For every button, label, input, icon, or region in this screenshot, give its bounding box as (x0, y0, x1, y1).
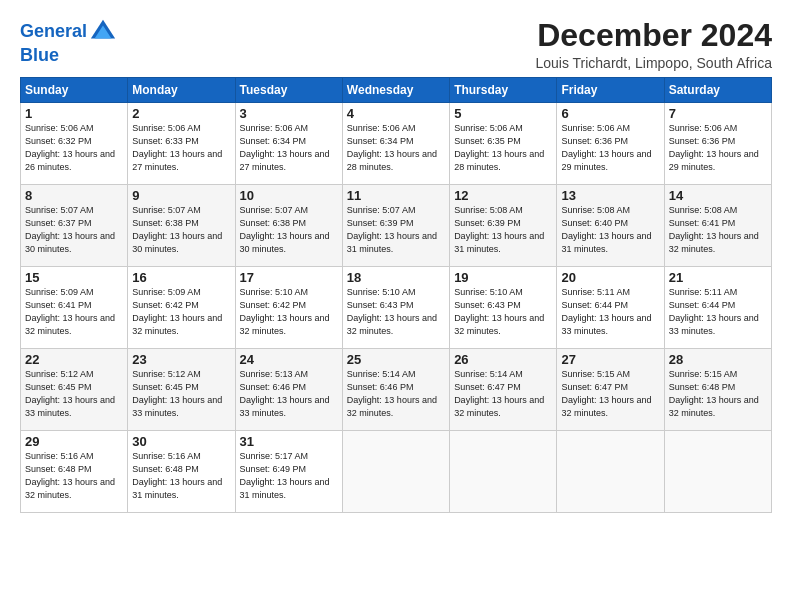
cell-details: Sunrise: 5:06 AMSunset: 6:36 PMDaylight:… (669, 122, 767, 174)
calendar-cell: 1 Sunrise: 5:06 AMSunset: 6:32 PMDayligh… (21, 103, 128, 185)
calendar-cell: 9 Sunrise: 5:07 AMSunset: 6:38 PMDayligh… (128, 185, 235, 267)
calendar-cell: 6 Sunrise: 5:06 AMSunset: 6:36 PMDayligh… (557, 103, 664, 185)
cell-details: Sunrise: 5:06 AMSunset: 6:33 PMDaylight:… (132, 122, 230, 174)
cell-details: Sunrise: 5:06 AMSunset: 6:32 PMDaylight:… (25, 122, 123, 174)
day-number: 31 (240, 434, 338, 449)
cell-details: Sunrise: 5:07 AMSunset: 6:39 PMDaylight:… (347, 204, 445, 256)
day-number: 19 (454, 270, 552, 285)
calendar-cell: 20 Sunrise: 5:11 AMSunset: 6:44 PMDaylig… (557, 267, 664, 349)
cell-details: Sunrise: 5:08 AMSunset: 6:40 PMDaylight:… (561, 204, 659, 256)
calendar-cell (342, 431, 449, 513)
cell-details: Sunrise: 5:08 AMSunset: 6:39 PMDaylight:… (454, 204, 552, 256)
day-number: 5 (454, 106, 552, 121)
calendar-cell: 5 Sunrise: 5:06 AMSunset: 6:35 PMDayligh… (450, 103, 557, 185)
day-number: 29 (25, 434, 123, 449)
day-number: 27 (561, 352, 659, 367)
calendar-cell (664, 431, 771, 513)
cell-details: Sunrise: 5:10 AMSunset: 6:42 PMDaylight:… (240, 286, 338, 338)
calendar-week-row: 8 Sunrise: 5:07 AMSunset: 6:37 PMDayligh… (21, 185, 772, 267)
weekday-header: Sunday (21, 78, 128, 103)
cell-details: Sunrise: 5:15 AMSunset: 6:48 PMDaylight:… (669, 368, 767, 420)
cell-details: Sunrise: 5:07 AMSunset: 6:38 PMDaylight:… (240, 204, 338, 256)
calendar-cell: 25 Sunrise: 5:14 AMSunset: 6:46 PMDaylig… (342, 349, 449, 431)
cell-details: Sunrise: 5:06 AMSunset: 6:35 PMDaylight:… (454, 122, 552, 174)
day-number: 2 (132, 106, 230, 121)
calendar-cell: 21 Sunrise: 5:11 AMSunset: 6:44 PMDaylig… (664, 267, 771, 349)
calendar-cell: 19 Sunrise: 5:10 AMSunset: 6:43 PMDaylig… (450, 267, 557, 349)
day-number: 12 (454, 188, 552, 203)
calendar-week-row: 1 Sunrise: 5:06 AMSunset: 6:32 PMDayligh… (21, 103, 772, 185)
logo-icon (89, 18, 117, 46)
day-number: 11 (347, 188, 445, 203)
calendar-cell: 17 Sunrise: 5:10 AMSunset: 6:42 PMDaylig… (235, 267, 342, 349)
day-number: 30 (132, 434, 230, 449)
weekday-header: Monday (128, 78, 235, 103)
calendar-week-row: 15 Sunrise: 5:09 AMSunset: 6:41 PMDaylig… (21, 267, 772, 349)
cell-details: Sunrise: 5:07 AMSunset: 6:38 PMDaylight:… (132, 204, 230, 256)
calendar-cell: 4 Sunrise: 5:06 AMSunset: 6:34 PMDayligh… (342, 103, 449, 185)
weekday-header: Wednesday (342, 78, 449, 103)
calendar-cell: 29 Sunrise: 5:16 AMSunset: 6:48 PMDaylig… (21, 431, 128, 513)
cell-details: Sunrise: 5:06 AMSunset: 6:34 PMDaylight:… (347, 122, 445, 174)
title-block: December 2024 Louis Trichardt, Limpopo, … (535, 18, 772, 71)
day-number: 8 (25, 188, 123, 203)
day-number: 15 (25, 270, 123, 285)
day-number: 25 (347, 352, 445, 367)
cell-details: Sunrise: 5:06 AMSunset: 6:34 PMDaylight:… (240, 122, 338, 174)
header: General Blue December 2024 Louis Trichar… (20, 18, 772, 71)
weekday-header-row: SundayMondayTuesdayWednesdayThursdayFrid… (21, 78, 772, 103)
calendar-cell: 16 Sunrise: 5:09 AMSunset: 6:42 PMDaylig… (128, 267, 235, 349)
logo: General Blue (20, 18, 117, 66)
calendar-cell: 26 Sunrise: 5:14 AMSunset: 6:47 PMDaylig… (450, 349, 557, 431)
cell-details: Sunrise: 5:09 AMSunset: 6:42 PMDaylight:… (132, 286, 230, 338)
weekday-header: Thursday (450, 78, 557, 103)
day-number: 7 (669, 106, 767, 121)
cell-details: Sunrise: 5:16 AMSunset: 6:48 PMDaylight:… (132, 450, 230, 502)
day-number: 21 (669, 270, 767, 285)
calendar-cell: 10 Sunrise: 5:07 AMSunset: 6:38 PMDaylig… (235, 185, 342, 267)
cell-details: Sunrise: 5:10 AMSunset: 6:43 PMDaylight:… (347, 286, 445, 338)
day-number: 23 (132, 352, 230, 367)
calendar-week-row: 22 Sunrise: 5:12 AMSunset: 6:45 PMDaylig… (21, 349, 772, 431)
cell-details: Sunrise: 5:13 AMSunset: 6:46 PMDaylight:… (240, 368, 338, 420)
cell-details: Sunrise: 5:17 AMSunset: 6:49 PMDaylight:… (240, 450, 338, 502)
day-number: 10 (240, 188, 338, 203)
logo-text: General (20, 22, 87, 42)
day-number: 22 (25, 352, 123, 367)
location: Louis Trichardt, Limpopo, South Africa (535, 55, 772, 71)
day-number: 1 (25, 106, 123, 121)
calendar-cell (450, 431, 557, 513)
calendar-cell: 11 Sunrise: 5:07 AMSunset: 6:39 PMDaylig… (342, 185, 449, 267)
day-number: 3 (240, 106, 338, 121)
calendar-cell: 31 Sunrise: 5:17 AMSunset: 6:49 PMDaylig… (235, 431, 342, 513)
month-title: December 2024 (535, 18, 772, 53)
day-number: 18 (347, 270, 445, 285)
calendar-cell: 30 Sunrise: 5:16 AMSunset: 6:48 PMDaylig… (128, 431, 235, 513)
day-number: 16 (132, 270, 230, 285)
day-number: 9 (132, 188, 230, 203)
cell-details: Sunrise: 5:14 AMSunset: 6:47 PMDaylight:… (454, 368, 552, 420)
calendar-cell: 8 Sunrise: 5:07 AMSunset: 6:37 PMDayligh… (21, 185, 128, 267)
calendar-cell: 14 Sunrise: 5:08 AMSunset: 6:41 PMDaylig… (664, 185, 771, 267)
calendar-cell: 7 Sunrise: 5:06 AMSunset: 6:36 PMDayligh… (664, 103, 771, 185)
calendar-cell: 24 Sunrise: 5:13 AMSunset: 6:46 PMDaylig… (235, 349, 342, 431)
day-number: 14 (669, 188, 767, 203)
cell-details: Sunrise: 5:09 AMSunset: 6:41 PMDaylight:… (25, 286, 123, 338)
page: General Blue December 2024 Louis Trichar… (0, 0, 792, 612)
day-number: 24 (240, 352, 338, 367)
calendar-cell: 2 Sunrise: 5:06 AMSunset: 6:33 PMDayligh… (128, 103, 235, 185)
cell-details: Sunrise: 5:07 AMSunset: 6:37 PMDaylight:… (25, 204, 123, 256)
cell-details: Sunrise: 5:11 AMSunset: 6:44 PMDaylight:… (561, 286, 659, 338)
cell-details: Sunrise: 5:12 AMSunset: 6:45 PMDaylight:… (25, 368, 123, 420)
calendar-cell: 15 Sunrise: 5:09 AMSunset: 6:41 PMDaylig… (21, 267, 128, 349)
calendar-cell: 12 Sunrise: 5:08 AMSunset: 6:39 PMDaylig… (450, 185, 557, 267)
cell-details: Sunrise: 5:16 AMSunset: 6:48 PMDaylight:… (25, 450, 123, 502)
calendar-cell: 27 Sunrise: 5:15 AMSunset: 6:47 PMDaylig… (557, 349, 664, 431)
logo-blue: Blue (20, 46, 117, 66)
calendar-table: SundayMondayTuesdayWednesdayThursdayFrid… (20, 77, 772, 513)
calendar-cell: 18 Sunrise: 5:10 AMSunset: 6:43 PMDaylig… (342, 267, 449, 349)
cell-details: Sunrise: 5:08 AMSunset: 6:41 PMDaylight:… (669, 204, 767, 256)
calendar-cell: 22 Sunrise: 5:12 AMSunset: 6:45 PMDaylig… (21, 349, 128, 431)
cell-details: Sunrise: 5:10 AMSunset: 6:43 PMDaylight:… (454, 286, 552, 338)
weekday-header: Tuesday (235, 78, 342, 103)
